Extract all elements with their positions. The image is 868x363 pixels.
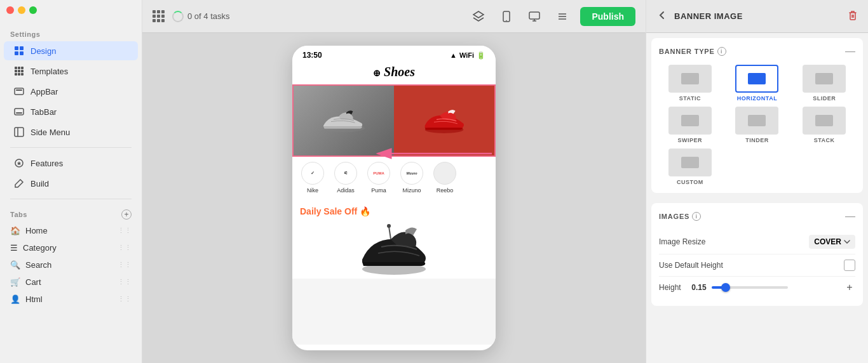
height-value: 0.15 (681, 283, 707, 292)
drag-handle-html[interactable]: ⋮⋮ (118, 295, 132, 303)
tab-cart-label: Cart (25, 277, 41, 287)
sidebar-item-design[interactable]: Design (4, 41, 138, 60)
brand-label-adidas: Adidas (337, 187, 355, 194)
banner-type-label-static: STATIC (679, 95, 701, 102)
traffic-light-green[interactable] (29, 6, 37, 14)
height-plus-button[interactable]: + (844, 282, 855, 293)
height-slider-track[interactable] (712, 286, 788, 289)
tab-cart[interactable]: 🛒 Cart ⋮⋮ (0, 274, 142, 291)
svg-rect-4 (15, 67, 17, 69)
tabs-header: Tabs + (0, 204, 142, 222)
banner-type-tinder[interactable]: TINDER (726, 107, 789, 143)
brand-item-reebok[interactable]: Reebo (430, 162, 460, 194)
brand-logo-reebok (433, 162, 456, 185)
height-row: Height 0.15 + (659, 277, 855, 298)
images-info-icon[interactable]: i (692, 212, 701, 221)
device-frame-icon[interactable] (496, 6, 517, 27)
banner-type-slider[interactable]: SLIDER (793, 65, 855, 102)
banner-images (294, 86, 494, 155)
banner-type-label-tinder: TINDER (745, 137, 769, 143)
svg-rect-2 (15, 51, 18, 55)
banner-type-label-swiper: SWIPER (678, 137, 703, 143)
banner-type-horizontal[interactable]: HORIZONTAL (726, 65, 789, 102)
brand-item-adidas[interactable]: ⚟ Adidas (330, 162, 361, 194)
drag-handle[interactable]: ⋮⋮ (118, 227, 132, 235)
height-slider-container (712, 286, 839, 289)
use-default-height-checkbox[interactable] (844, 260, 855, 271)
sidebar-item-build-label: Build (31, 179, 49, 188)
sidebar-item-design-label: Design (31, 46, 56, 56)
svg-rect-11 (18, 73, 20, 76)
sidebar-item-templates[interactable]: Templates (4, 62, 138, 81)
wifi-icon: WiFi (459, 51, 474, 59)
brand-item-mizuno[interactable]: Mizuno Mizuno (397, 162, 427, 194)
svg-rect-5 (18, 67, 20, 69)
sidebar-item-tabbar-label: TabBar (31, 107, 57, 117)
tinder-thumb-inner (748, 115, 766, 126)
desktop-icon[interactable] (524, 6, 545, 27)
layers-icon[interactable] (468, 6, 489, 27)
svg-rect-6 (21, 67, 24, 69)
sidebar-item-build[interactable]: Build (4, 174, 138, 193)
tab-html[interactable]: 👤 Html ⋮⋮ (0, 291, 142, 308)
cart-icon: 🛒 (10, 277, 20, 287)
tab-category[interactable]: ☰ Category ⋮⋮ (0, 239, 142, 256)
panel-back-button[interactable] (656, 10, 668, 23)
phone-content: ✓ Nike ⚟ Adidas PUMA Puma Mizuno Mizuno (292, 84, 496, 345)
drag-handle-cart[interactable]: ⋮⋮ (118, 278, 132, 286)
drag-handle-category[interactable]: ⋮⋮ (118, 244, 132, 252)
sidebar-item-templates-label: Templates (31, 67, 68, 76)
sidebar-item-features[interactable]: Features (4, 154, 138, 173)
info-icon[interactable]: i (717, 47, 726, 56)
banner-type-custom[interactable]: CUSTOM (659, 148, 721, 185)
banner-container[interactable] (292, 84, 496, 157)
build-icon (14, 178, 24, 188)
banner-type-swiper[interactable]: SWIPER (659, 107, 721, 143)
traffic-light-red[interactable] (6, 6, 14, 14)
banner-type-stack[interactable]: STACK (793, 107, 855, 143)
phone-status-bar: 13:50 ▲ WiFi 🔋 (292, 46, 496, 62)
image-resize-label: Image Resize (659, 237, 705, 246)
panel-title: BANNER IMAGE (674, 11, 841, 21)
right-panel-header: BANNER IMAGE (646, 0, 868, 33)
add-tab-button[interactable]: + (121, 209, 132, 220)
panel-delete-button[interactable] (848, 10, 858, 22)
drag-handle-search[interactable]: ⋮⋮ (118, 261, 132, 269)
list-icon[interactable] (552, 6, 573, 27)
battery-icon: 🔋 (477, 51, 485, 60)
banner-type-thumb-stack (803, 107, 846, 135)
tab-home[interactable]: 🏠 Home ⋮⋮ (0, 222, 142, 239)
svg-rect-1 (20, 46, 24, 50)
apps-grid-icon[interactable] (153, 10, 165, 22)
sidemenu-icon (14, 127, 24, 137)
tab-search-label: Search (25, 260, 51, 270)
brand-item-nike[interactable]: ✓ Nike (297, 162, 328, 194)
sale-title: Daily Sale Off 🔥 (300, 206, 488, 216)
tabs-section-label: Tabs (10, 211, 27, 218)
tab-search[interactable]: 🔍 Search ⋮⋮ (0, 256, 142, 274)
svg-rect-10 (15, 73, 17, 76)
banner-type-static[interactable]: STATIC (659, 65, 721, 102)
appbar-icon (14, 86, 24, 96)
sidebar-item-features-label: Features (31, 159, 63, 168)
banner-type-thumb-swiper (668, 107, 712, 135)
phone-app-title: ⊕ Shoes (292, 62, 496, 84)
features-icon (14, 158, 24, 168)
brand-item-puma[interactable]: PUMA Puma (363, 162, 394, 194)
plus-icon-header: ⊕ (373, 69, 381, 78)
image-resize-select[interactable]: COVER (809, 235, 855, 249)
svg-rect-3 (20, 51, 24, 55)
images-section: IMAGES i — Image Resize COVER Use Defaul… (651, 203, 863, 306)
sidebar-item-appbar[interactable]: AppBar (4, 82, 138, 101)
collapse-banner-type-icon[interactable]: — (845, 46, 855, 57)
use-default-height-label: Use Default Height (659, 261, 723, 270)
sidebar-tabs-divider (10, 199, 132, 199)
collapse-images-icon[interactable]: — (845, 211, 855, 222)
publish-button[interactable]: Publish (580, 7, 635, 26)
sidebar-item-sidemenu[interactable]: Side Menu (4, 122, 138, 142)
sidebar-item-tabbar[interactable]: TabBar (4, 102, 138, 121)
height-slider-thumb[interactable] (721, 283, 730, 292)
slider-thumb-inner (815, 73, 833, 84)
traffic-light-yellow[interactable] (18, 6, 25, 14)
svg-rect-20 (503, 11, 510, 22)
